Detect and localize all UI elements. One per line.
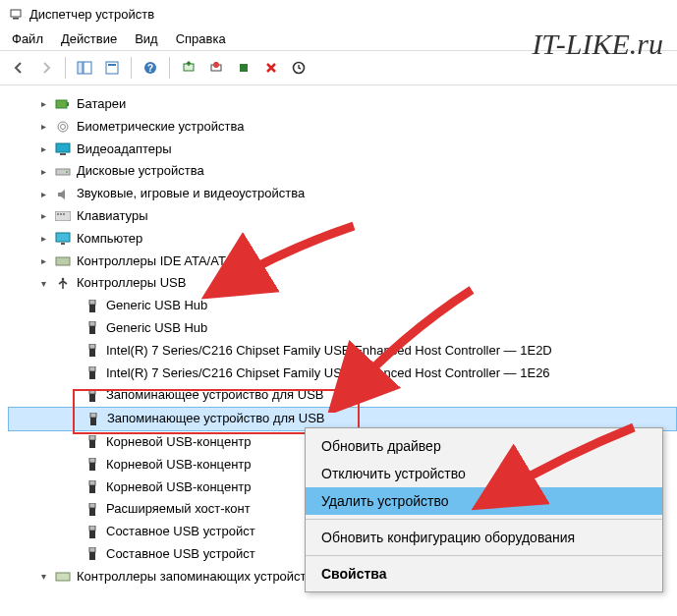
separator <box>306 519 662 520</box>
tree-item-usb-storage[interactable]: Запоминающее устройство для USB <box>8 384 677 407</box>
chevron-right-icon: ▸ <box>37 208 49 224</box>
tree-item-intel-controller[interactable]: Intel(R) 7 Series/C216 Chipset Family US… <box>8 363 677 385</box>
properties-button[interactable] <box>99 55 125 81</box>
tree-item-keyboards[interactable]: ▸ Клавиатуры <box>8 205 677 228</box>
forward-button[interactable] <box>33 55 59 81</box>
svg-rect-3 <box>84 62 91 74</box>
chevron-down-icon: ▾ <box>37 276 49 292</box>
svg-text:?: ? <box>147 63 153 74</box>
context-update-driver[interactable]: Обновить драйвер <box>306 432 662 460</box>
title-bar: Диспетчер устройств <box>0 0 677 28</box>
svg-rect-51 <box>89 547 95 552</box>
svg-rect-42 <box>89 440 95 448</box>
context-properties[interactable]: Свойства <box>306 560 662 588</box>
svg-rect-5 <box>108 64 116 66</box>
svg-rect-35 <box>89 366 95 371</box>
usb-device-icon <box>85 299 100 314</box>
tree-item-generic-hub[interactable]: Generic USB Hub <box>8 295 677 317</box>
tree-item-batteries[interactable]: ▸ Батареи <box>8 93 677 116</box>
svg-rect-31 <box>89 321 95 326</box>
svg-rect-32 <box>89 326 95 334</box>
app-icon <box>8 6 24 22</box>
svg-rect-22 <box>57 213 59 215</box>
chevron-right-icon: ▸ <box>37 164 49 180</box>
disable-device-button[interactable] <box>203 55 229 81</box>
uninstall-device-button[interactable] <box>258 55 284 81</box>
svg-point-16 <box>61 125 66 130</box>
menu-view[interactable]: Вид <box>135 31 158 46</box>
usb-device-icon <box>85 434 100 450</box>
scan-hardware-button[interactable] <box>231 55 256 81</box>
tree-item-video[interactable]: ▸ Видеоадаптеры <box>8 139 677 161</box>
ide-controller-icon <box>55 253 71 269</box>
context-disable-device[interactable]: Отключить устройство <box>306 460 662 487</box>
svg-rect-1 <box>13 18 19 20</box>
tree-item-usb-controllers[interactable]: ▾ Контроллеры USB <box>8 272 677 295</box>
usb-device-icon <box>85 479 100 495</box>
svg-rect-48 <box>89 508 95 516</box>
svg-rect-18 <box>60 153 66 155</box>
svg-rect-21 <box>55 211 71 221</box>
usb-device-icon <box>85 457 100 473</box>
menu-action[interactable]: Действие <box>61 31 117 46</box>
svg-rect-44 <box>89 463 95 471</box>
svg-rect-41 <box>89 435 95 440</box>
tree-item-generic-hub[interactable]: Generic USB Hub <box>8 317 677 340</box>
separator <box>306 555 662 556</box>
tree-item-computer[interactable]: ▸ Компьютер <box>8 228 677 251</box>
svg-rect-47 <box>89 503 95 508</box>
svg-rect-52 <box>89 552 95 560</box>
display-icon <box>55 141 71 157</box>
menu-bar: Файл Действие Вид Справка <box>0 28 677 50</box>
context-scan-hardware[interactable]: Обновить конфигурацию оборудования <box>306 524 662 551</box>
help-button[interactable]: ? <box>138 55 163 81</box>
refresh-button[interactable] <box>286 55 311 81</box>
svg-point-28 <box>62 277 65 280</box>
svg-rect-53 <box>56 573 70 581</box>
chevron-right-icon: ▸ <box>37 231 49 247</box>
tree-item-sound[interactable]: ▸ Звуковые, игровые и видеоустройства <box>8 183 677 205</box>
show-hidden-button[interactable] <box>72 55 97 81</box>
chevron-right-icon: ▸ <box>37 96 49 112</box>
svg-rect-37 <box>89 389 95 394</box>
svg-rect-45 <box>89 480 95 485</box>
svg-rect-4 <box>106 62 118 74</box>
disk-icon <box>55 164 71 180</box>
chevron-right-icon: ▸ <box>37 119 49 135</box>
update-driver-button[interactable] <box>176 55 201 81</box>
fingerprint-icon <box>55 119 71 135</box>
usb-device-icon <box>85 412 101 427</box>
usb-device-icon <box>85 343 100 359</box>
separator <box>131 57 132 79</box>
menu-help[interactable]: Справка <box>176 31 226 46</box>
svg-rect-14 <box>67 102 69 106</box>
svg-rect-46 <box>89 485 95 493</box>
usb-device-icon <box>85 525 100 540</box>
svg-rect-36 <box>89 371 95 379</box>
svg-rect-43 <box>89 458 95 463</box>
menu-file[interactable]: Файл <box>12 31 43 46</box>
svg-rect-26 <box>61 243 65 245</box>
usb-device-icon <box>85 388 100 404</box>
svg-rect-49 <box>89 526 95 531</box>
svg-point-20 <box>66 171 68 173</box>
svg-rect-29 <box>89 300 95 305</box>
svg-rect-27 <box>56 257 70 265</box>
monitor-icon <box>55 231 71 247</box>
tree-item-intel-controller[interactable]: Intel(R) 7 Series/C216 Chipset Family US… <box>8 340 677 363</box>
usb-device-icon <box>85 365 100 381</box>
context-menu: Обновить драйвер Отключить устройство Уд… <box>305 427 663 592</box>
usb-device-icon <box>85 320 100 336</box>
svg-rect-33 <box>89 344 95 349</box>
back-button[interactable] <box>6 55 31 81</box>
chevron-right-icon: ▸ <box>37 253 49 269</box>
storage-controller-icon <box>55 569 71 585</box>
tree-item-disks[interactable]: ▸ Дисковые устройства <box>8 160 677 183</box>
svg-rect-25 <box>56 233 70 242</box>
context-uninstall-device[interactable]: Удалить устройство <box>306 487 662 515</box>
tree-item-biometric[interactable]: ▸ Биометрические устройства <box>8 116 677 139</box>
usb-device-icon <box>85 546 100 562</box>
tree-item-ide[interactable]: ▸ Контроллеры IDE ATA/ATAPI <box>8 251 677 273</box>
svg-rect-0 <box>11 10 21 17</box>
chevron-down-icon: ▾ <box>37 569 49 585</box>
